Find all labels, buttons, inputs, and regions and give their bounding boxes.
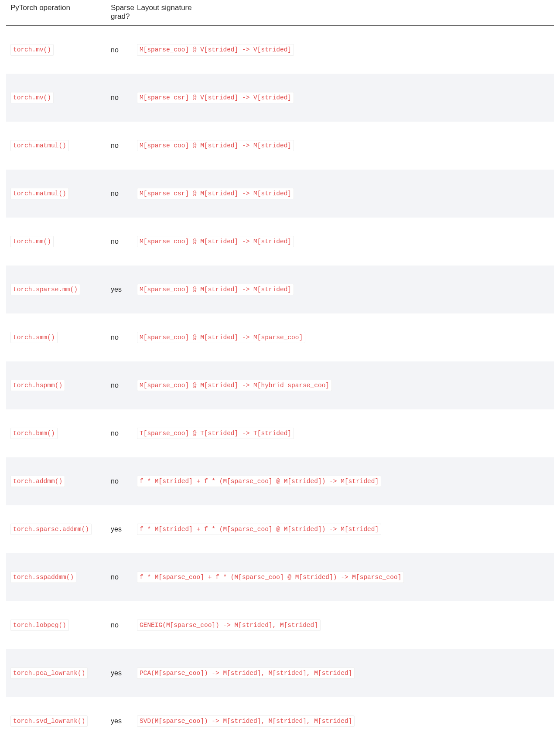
op-link[interactable]: torch.sparse.addmm()	[10, 524, 92, 535]
layout-signature: M[sparse_coo] @ M[strided] -> M[strided]	[137, 236, 294, 247]
sparse-grad-cell: no	[106, 170, 133, 218]
table-row: torch.mm() no M[sparse_coo] @ M[strided]…	[6, 218, 554, 266]
header-operation: PyTorch operation	[6, 0, 106, 26]
sparse-grad-cell: no	[106, 361, 133, 409]
sparse-grad-cell: no	[106, 26, 133, 74]
table-row: torch.sspaddmm() no f * M[sparse_coo] + …	[6, 553, 554, 601]
layout-signature: f * M[strided] + f * (M[sparse_coo] @ M[…	[137, 524, 381, 535]
op-link[interactable]: torch.lobpcg()	[10, 620, 69, 631]
layout-signature: GENEIG(M[sparse_coo]) -> M[strided], M[s…	[137, 620, 321, 631]
table-row: torch.addmm() no f * M[strided] + f * (M…	[6, 457, 554, 505]
layout-signature: M[sparse_coo] @ V[strided] -> V[strided]	[137, 44, 294, 55]
op-link[interactable]: torch.hspmm()	[10, 380, 65, 391]
layout-signature: f * M[sparse_coo] + f * (M[sparse_coo] @…	[137, 572, 404, 583]
layout-signature: M[sparse_coo] @ M[strided] -> M[sparse_c…	[137, 332, 305, 343]
layout-signature: PCA(M[sparse_coo]) -> M[strided], M[stri…	[137, 667, 355, 679]
op-link[interactable]: torch.pca_lowrank()	[10, 667, 88, 679]
sparse-grad-cell: no	[106, 553, 133, 601]
table-row: torch.matmul() no M[sparse_coo] @ M[stri…	[6, 122, 554, 170]
table-row: torch.pca_lowrank() yes PCA(M[sparse_coo…	[6, 649, 554, 697]
sparse-grad-cell: no	[106, 409, 133, 457]
op-link[interactable]: torch.matmul()	[10, 188, 69, 199]
sparse-grad-cell: no	[106, 601, 133, 649]
table-row: torch.svd_lowrank() yes SVD(M[sparse_coo…	[6, 697, 554, 745]
table-row: torch.smm() no M[sparse_coo] @ M[strided…	[6, 313, 554, 361]
layout-signature: M[sparse_coo] @ M[strided] -> M[strided]	[137, 140, 294, 151]
sparse-grad-cell: no	[106, 457, 133, 505]
op-link[interactable]: torch.mm()	[10, 236, 54, 247]
op-link[interactable]: torch.sspaddmm()	[10, 572, 76, 583]
op-link[interactable]: torch.smm()	[10, 332, 58, 343]
layout-signature: M[sparse_csr] @ M[strided] -> M[strided]	[137, 188, 294, 199]
table-row: torch.matmul() no M[sparse_csr] @ M[stri…	[6, 170, 554, 218]
table-row: torch.sparse.addmm() yes f * M[strided] …	[6, 505, 554, 553]
op-link[interactable]: torch.mv()	[10, 92, 54, 103]
layout-signature: SVD(M[sparse_coo]) -> M[strided], M[stri…	[137, 715, 355, 727]
header-sparse-grad: Sparse grad?	[106, 0, 133, 26]
layout-signature: M[sparse_coo] @ M[strided] -> M[strided]	[137, 284, 294, 295]
sparse-ops-table: PyTorch operation Sparse grad? Layout si…	[6, 0, 554, 745]
layout-signature: M[sparse_coo] @ M[strided] -> M[hybrid s…	[137, 380, 332, 391]
op-link[interactable]: torch.sparse.mm()	[10, 284, 80, 295]
op-link[interactable]: torch.bmm()	[10, 428, 58, 439]
sparse-grad-cell: yes	[106, 697, 133, 745]
op-link[interactable]: torch.addmm()	[10, 476, 65, 487]
layout-signature: f * M[strided] + f * (M[sparse_coo] @ M[…	[137, 476, 381, 487]
op-link[interactable]: torch.mv()	[10, 44, 54, 55]
table-row: torch.mv() no M[sparse_csr] @ V[strided]…	[6, 74, 554, 122]
table-row: torch.hspmm() no M[sparse_coo] @ M[strid…	[6, 361, 554, 409]
sparse-grad-cell: yes	[106, 266, 133, 313]
sparse-grad-cell: no	[106, 74, 133, 122]
layout-signature: M[sparse_csr] @ V[strided] -> V[strided]	[137, 92, 294, 103]
table-row: torch.sparse.mm() yes M[sparse_coo] @ M[…	[6, 266, 554, 313]
table-row: torch.lobpcg() no GENEIG(M[sparse_coo]) …	[6, 601, 554, 649]
sparse-grad-cell: no	[106, 122, 133, 170]
table-header-row: PyTorch operation Sparse grad? Layout si…	[6, 0, 554, 26]
sparse-grad-cell: yes	[106, 505, 133, 553]
table-row: torch.bmm() no T[sparse_coo] @ T[strided…	[6, 409, 554, 457]
op-link[interactable]: torch.matmul()	[10, 140, 69, 151]
sparse-grad-cell: yes	[106, 649, 133, 697]
table-row: torch.mv() no M[sparse_coo] @ V[strided]…	[6, 26, 554, 74]
sparse-grad-cell: no	[106, 218, 133, 266]
sparse-grad-cell: no	[106, 313, 133, 361]
op-link[interactable]: torch.svd_lowrank()	[10, 715, 88, 727]
header-layout: Layout signature	[133, 0, 554, 26]
layout-signature: T[sparse_coo] @ T[strided] -> T[strided]	[137, 428, 294, 439]
